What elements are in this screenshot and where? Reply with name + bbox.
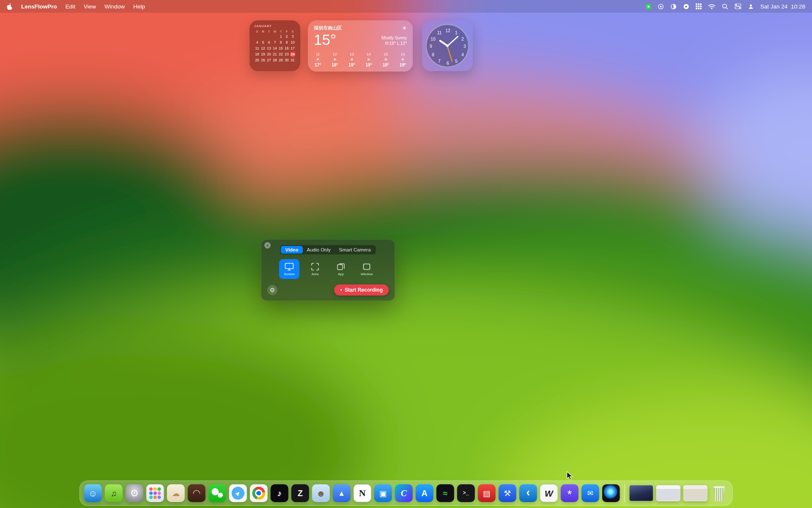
dock-item-mail[interactable]: ✉ xyxy=(582,484,599,502)
menu-window[interactable]: Window xyxy=(104,3,125,10)
keyboard-grid-icon[interactable] xyxy=(696,3,702,10)
dock-item-edge-browser[interactable] xyxy=(602,484,620,502)
sun-icon: ☀ xyxy=(401,57,405,62)
menu-view[interactable]: View xyxy=(84,3,96,10)
wifi-icon[interactable] xyxy=(708,3,716,10)
menubar-clock[interactable]: Sat Jan 24 10:28 xyxy=(760,3,805,10)
dock-item-loom[interactable]: * xyxy=(561,484,579,502)
document-icon: ▤ xyxy=(483,489,491,497)
dock-item-audio-spectrum[interactable]: ≈ xyxy=(436,484,454,502)
dock-item-vscode[interactable]: ‹ xyxy=(519,484,537,502)
dock-item-terminal[interactable]: >_ xyxy=(457,484,475,502)
hammer-icon: ⚒ xyxy=(504,489,511,497)
dock-item-w-notes[interactable]: W xyxy=(540,484,558,502)
weather-high-low: H:19° L:12° xyxy=(385,41,407,46)
calendar-day: 12 xyxy=(260,46,266,51)
dock-item-finder[interactable]: ☺ xyxy=(84,484,102,502)
start-recording-label: Start Recording xyxy=(345,287,383,293)
mode-area[interactable]: Area xyxy=(305,259,325,279)
sun-icon: ☀ xyxy=(402,25,407,31)
calendar-day: 23 xyxy=(284,52,290,57)
dock-item-app-store[interactable]: A xyxy=(416,484,433,502)
status-circle-icon-2[interactable] xyxy=(670,3,677,10)
dock-item-rocket-app[interactable]: ▲ xyxy=(333,484,351,502)
calendar-month-label: JANUARY xyxy=(254,24,296,28)
dock-item-launchpad[interactable] xyxy=(146,484,164,502)
tab-video[interactable]: Video xyxy=(281,246,302,254)
dock-item-system-settings[interactable]: ⚙ xyxy=(126,484,143,502)
dock-item-chrome[interactable] xyxy=(250,484,268,502)
dock-item-notion[interactable]: N xyxy=(354,484,371,502)
z-logo-icon: Z xyxy=(298,489,303,497)
dock-item-keynote[interactable]: ▣ xyxy=(374,484,392,502)
hourly-item: 15 ☀ 19° xyxy=(383,52,389,67)
dock-item-audio-editor[interactable]: ♫ xyxy=(105,484,123,502)
clock-number: 10 xyxy=(431,36,436,41)
control-center-icon[interactable] xyxy=(735,3,741,10)
calendar-day: 26 xyxy=(260,58,266,63)
dock-item-memoji-contact[interactable]: ☻ xyxy=(312,484,330,502)
menubar-app-icon-green[interactable] xyxy=(646,3,651,10)
status-circle-icon-1[interactable] xyxy=(658,3,664,10)
menubar-date: Sat Jan 24 xyxy=(760,3,788,10)
trash[interactable] xyxy=(710,484,728,502)
settings-button[interactable]: ⚙ xyxy=(267,285,277,295)
mustache-icon: ◠ xyxy=(192,489,200,498)
apple-menu[interactable] xyxy=(7,3,13,10)
clock-number: 11 xyxy=(437,30,442,35)
compass-icon: ▶ xyxy=(235,490,241,496)
calendar-day: 10 xyxy=(290,40,296,45)
app-windows-icon xyxy=(337,262,345,271)
close-button[interactable]: × xyxy=(264,242,271,248)
sun-icon: ☀ xyxy=(384,57,388,62)
dock-item-developer-tools[interactable]: ⚒ xyxy=(499,484,516,502)
dock-item-safari[interactable]: ▶ xyxy=(229,484,247,502)
calendar-weekday: T xyxy=(266,30,272,33)
mode-app[interactable]: App xyxy=(331,259,351,279)
dock-item-pdf-reader[interactable]: ▤ xyxy=(478,484,496,502)
clock-center-cap xyxy=(446,44,449,47)
app-store-a-icon: A xyxy=(422,489,428,497)
menu-edit[interactable]: Edit xyxy=(66,3,75,10)
search-icon[interactable] xyxy=(722,3,728,10)
active-app-name[interactable]: LensFlowPro xyxy=(21,3,57,10)
pinwheel-icon: * xyxy=(567,489,572,500)
envelope-icon: ✉ xyxy=(587,490,593,497)
dock-item-media-app-brown[interactable]: ◠ xyxy=(188,484,206,502)
clock-minute-hand xyxy=(447,36,458,46)
mode-screen[interactable]: Screen xyxy=(279,259,299,279)
minimized-window-2[interactable] xyxy=(656,485,680,501)
calendar-day: 3 xyxy=(290,34,296,39)
status-circle-icon-3[interactable] xyxy=(683,3,689,10)
weather-widget[interactable]: 深圳市南山区 15° ☀ Mostly Sunny H:19° L:12° 11… xyxy=(308,20,413,72)
calendar-day: 17 xyxy=(290,46,296,51)
terminal-prompt-icon: >_ xyxy=(463,491,469,496)
calendar-widget[interactable]: JANUARY S M T W T F S 1 2 3 4 5 6 7 8 9 … xyxy=(250,20,300,71)
dock-item-tiktok[interactable]: ♪ xyxy=(271,484,288,502)
start-recording-button[interactable]: ● Start Recording xyxy=(334,284,389,295)
dock-item-canva[interactable]: C xyxy=(395,484,413,502)
calendar-day: 2 xyxy=(284,34,290,39)
keynote-icon: ▣ xyxy=(379,489,387,497)
hourly-item: 12 ☀ 18° xyxy=(332,52,338,67)
calendar-day xyxy=(254,34,260,39)
tab-smart-camera[interactable]: Smart Camera xyxy=(335,246,375,254)
clock-number: 3 xyxy=(464,44,466,49)
rocket-icon: ▲ xyxy=(338,490,345,497)
calendar-day: 27 xyxy=(266,58,272,63)
gear-icon: ⚙ xyxy=(130,489,139,498)
dock-item-z-messenger[interactable]: Z xyxy=(291,484,309,502)
user-switch-icon[interactable] xyxy=(748,3,754,10)
tab-audio-only[interactable]: Audio Only xyxy=(303,246,335,254)
menu-help[interactable]: Help xyxy=(133,3,145,10)
dock-item-cloud-app[interactable]: ☁ xyxy=(167,484,185,502)
dock-item-wechat[interactable] xyxy=(208,484,226,502)
minimized-window-3[interactable] xyxy=(683,485,707,501)
clock-widget[interactable]: 12 1 2 3 4 5 6 7 8 9 10 11 xyxy=(422,20,473,71)
mode-window[interactable]: Window xyxy=(357,259,377,279)
record-dot-icon: ● xyxy=(340,288,342,292)
sun-icon: ☀ xyxy=(333,57,337,62)
calendar-day: 14 xyxy=(272,46,278,51)
calendar-day: 6 xyxy=(266,40,272,45)
minimized-window-1[interactable] xyxy=(629,485,653,501)
